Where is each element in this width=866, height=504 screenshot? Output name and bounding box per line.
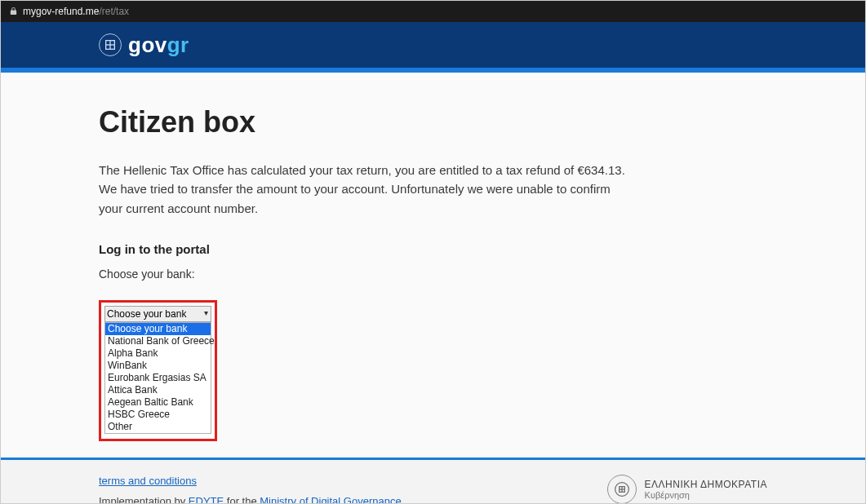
intro-line-3: your current account number. [99,199,686,218]
bank-select[interactable]: Choose your bank [104,306,211,322]
terms-link[interactable]: terms and conditions [99,475,197,487]
bank-option[interactable]: Other [105,421,211,433]
url-path: /ret/tax [99,6,129,17]
ministry-link[interactable]: Ministry of Digital Governance [260,495,401,504]
bank-option[interactable]: WinBank [105,360,211,372]
bank-option[interactable]: Eurobank Ergasias SA [105,372,211,384]
bank-option[interactable]: Alpha Bank [105,347,211,360]
bank-dropdown-highlight: Choose your bank ▾ Choose your bank Nati… [99,300,217,441]
republic-line2: Κυβέρνηση [645,490,767,500]
impl-prefix: Implementation by [99,495,189,504]
site-header: govgr [1,22,865,68]
intro-paragraph: The Hellenic Tax Office has calculated y… [99,161,686,218]
republic-line1: ΕΛΛΗΝΙΚΗ ΔΗΜΟΚΡΑΤΙΑ [645,479,767,490]
intro-line-2: We have tried to transfer the amount to … [99,179,686,198]
bank-option[interactable]: HSBC Greece [105,409,211,421]
site-footer: terms and conditions Implementation by E… [1,460,865,504]
national-seal-icon [607,475,637,504]
login-heading: Log in to the portal [99,242,767,256]
site-logo[interactable]: govgr [99,33,189,58]
bank-option[interactable]: Attica Bank [105,384,211,396]
impl-middle: for the [224,495,260,504]
lock-icon [9,7,18,17]
edyte-link[interactable]: EDYTE [189,495,224,504]
main-content: Citizen box The Hellenic Tax Office has … [1,73,865,458]
bank-option-list: Choose your bank National Bank of Greece… [104,322,211,434]
bank-option[interactable]: Choose your bank [105,323,211,335]
page-title: Citizen box [99,105,767,139]
browser-address-bar: mygov-refund.me/ret/tax [1,1,865,22]
footer-right: ΕΛΛΗΝΙΚΗ ΔΗΜΟΚΡΑΤΙΑ Κυβέρνηση [607,475,767,504]
url-host: mygov-refund.me [23,6,99,17]
bank-option[interactable]: National Bank of Greece [105,335,211,347]
logo-text: govgr [128,33,189,58]
footer-left: terms and conditions Implementation by E… [99,475,402,504]
choose-bank-label: Choose your bank: [99,267,767,281]
intro-line-1: The Hellenic Tax Office has calculated y… [99,161,686,179]
emblem-icon [99,33,122,56]
republic-text: ΕΛΛΗΝΙΚΗ ΔΗΜΟΚΡΑΤΙΑ Κυβέρνηση [645,479,767,500]
bank-option[interactable]: Aegean Baltic Bank [105,396,211,409]
